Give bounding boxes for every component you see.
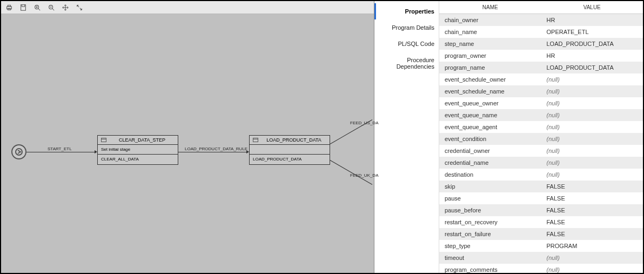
col-header-name: NAME: [439, 1, 541, 14]
start-node[interactable]: [11, 144, 26, 159]
prop-name: pause: [439, 195, 541, 202]
edge-load-product-rule: [178, 152, 247, 152]
table-header: NAME VALUE: [439, 1, 643, 14]
prop-name: event_queue_name: [439, 112, 541, 118]
print-icon[interactable]: [5, 4, 13, 11]
prop-name: credential_name: [439, 159, 541, 166]
prop-name: program_owner: [439, 52, 541, 59]
prop-value: (null): [541, 159, 643, 166]
prop-value: LOAD_PRODUCT_DATA: [541, 41, 643, 47]
table-row[interactable]: restart_on_failureFALSE: [439, 228, 643, 240]
prop-value: PROGRAM: [541, 243, 643, 249]
svg-rect-1: [8, 5, 10, 6]
diagram-pane: START_ETL CLEAR_DATA_STEP Set initial st…: [1, 1, 374, 273]
edge-label-rule: LOAD_PRODUCT_DATA_RULE: [185, 146, 247, 151]
prop-name: destination: [439, 171, 541, 178]
prop-value: (null): [541, 136, 643, 142]
prop-name: event_schedule_owner: [439, 76, 541, 83]
node-header: CLEAR_DATA_STEP: [98, 136, 178, 145]
node-title: CLEAR_DATA_STEP: [110, 137, 175, 143]
node-row: Set initial stage: [98, 145, 178, 155]
table-row[interactable]: credential_owner(null): [439, 145, 643, 157]
prop-name: program_comments: [439, 266, 541, 273]
table-row[interactable]: timeout(null): [439, 252, 643, 264]
prop-value: FALSE: [541, 183, 643, 190]
window-icon: [101, 138, 106, 142]
table-row[interactable]: program_ownerHR: [439, 50, 643, 62]
edge-label-uk: FEED_UK_DA: [350, 173, 378, 178]
save-icon[interactable]: [19, 4, 27, 11]
table-row[interactable]: event_schedule_name(null): [439, 85, 643, 97]
edge-label-us: FEED_US_DA: [350, 121, 378, 125]
prop-name: restart_on_recovery: [439, 219, 541, 225]
prop-value: OPERATE_ETL: [541, 29, 643, 35]
prop-name: timeout: [439, 255, 541, 261]
table-row[interactable]: event_schedule_owner(null): [439, 73, 643, 85]
prop-value: (null): [541, 171, 643, 178]
prop-name: credential_owner: [439, 148, 541, 154]
prop-value: HR: [541, 52, 643, 59]
table-row[interactable]: skipFALSE: [439, 181, 643, 192]
table-row[interactable]: step_typePROGRAM: [439, 240, 643, 252]
col-header-value: VALUE: [541, 1, 643, 14]
node-row: [250, 145, 330, 155]
diagram-canvas[interactable]: START_ETL CLEAR_DATA_STEP Set initial st…: [1, 14, 374, 273]
prop-name: step_name: [439, 41, 541, 47]
table-row[interactable]: event_queue_owner(null): [439, 97, 643, 109]
prop-name: event_schedule_name: [439, 88, 541, 95]
prop-value: (null): [541, 266, 643, 273]
zoom-out-icon[interactable]: [48, 4, 55, 11]
node-header: LOAD_PRODUCT_DATA: [250, 136, 330, 145]
tab-procedure-dependencies[interactable]: Procedure Dependencies: [374, 52, 439, 75]
node-load-product-data[interactable]: LOAD_PRODUCT_DATA LOAD_PRODUCT_DATA: [249, 135, 330, 165]
table-row[interactable]: program_nameLOAD_PRODUCT_DATA: [439, 62, 643, 73]
table-row[interactable]: credential_name(null): [439, 157, 643, 169]
prop-value: (null): [541, 112, 643, 118]
prop-name: program_name: [439, 64, 541, 71]
table-row[interactable]: restart_on_recoveryFALSE: [439, 216, 643, 228]
node-row: CLEAR_ALL_DATA: [98, 155, 178, 164]
table-row[interactable]: destination(null): [439, 169, 643, 181]
prop-name: chain_owner: [439, 17, 541, 23]
diagram-toolbar: [1, 1, 374, 14]
prop-name: chain_name: [439, 29, 541, 35]
node-row: LOAD_PRODUCT_DATA: [250, 155, 330, 164]
prop-name: event_queue_agent: [439, 124, 541, 130]
prop-value: (null): [541, 88, 643, 95]
tabs: PropertiesProgram DetailsPL/SQL CodeProc…: [374, 1, 439, 273]
properties-table: NAME VALUE chain_ownerHRchain_nameOPERAT…: [439, 1, 643, 273]
table-row[interactable]: event_queue_name(null): [439, 109, 643, 121]
table-row[interactable]: program_comments(null): [439, 264, 643, 273]
node-clear-data-step[interactable]: CLEAR_DATA_STEP Set initial stage CLEAR_…: [97, 135, 178, 165]
table-row[interactable]: chain_ownerHR: [439, 14, 643, 26]
prop-name: step_type: [439, 243, 541, 249]
prop-name: event_queue_owner: [439, 100, 541, 106]
edge-start-etl: [26, 152, 96, 152]
table-row[interactable]: step_nameLOAD_PRODUCT_DATA: [439, 38, 643, 50]
prop-value: FALSE: [541, 219, 643, 225]
prop-value: (null): [541, 255, 643, 261]
table-row[interactable]: event_queue_agent(null): [439, 121, 643, 133]
zoom-in-icon[interactable]: [33, 4, 41, 11]
tab-pl-sql-code[interactable]: PL/SQL Code: [374, 36, 439, 52]
prop-value: LOAD_PRODUCT_DATA: [541, 64, 643, 71]
table-row[interactable]: pauseFALSE: [439, 192, 643, 204]
prop-name: event_condition: [439, 136, 541, 142]
table-row[interactable]: chain_nameOPERATE_ETL: [439, 26, 643, 38]
prop-value: (null): [541, 148, 643, 154]
prop-name: pause_before: [439, 207, 541, 213]
tab-properties[interactable]: Properties: [374, 3, 439, 19]
prop-value: (null): [541, 124, 643, 130]
table-row[interactable]: pause_beforeFALSE: [439, 204, 643, 216]
edge-label-start: START_ETL: [48, 146, 72, 151]
fullscreen-icon[interactable]: [76, 4, 83, 11]
move-icon[interactable]: [62, 4, 69, 11]
prop-value: FALSE: [541, 195, 643, 202]
properties-pane: PropertiesProgram DetailsPL/SQL CodeProc…: [374, 1, 643, 273]
prop-name: restart_on_failure: [439, 231, 541, 237]
node-title: LOAD_PRODUCT_DATA: [261, 137, 326, 143]
tab-program-details[interactable]: Program Details: [374, 19, 439, 36]
prop-value: FALSE: [541, 207, 643, 213]
prop-name: skip: [439, 183, 541, 190]
table-row[interactable]: event_condition(null): [439, 133, 643, 145]
